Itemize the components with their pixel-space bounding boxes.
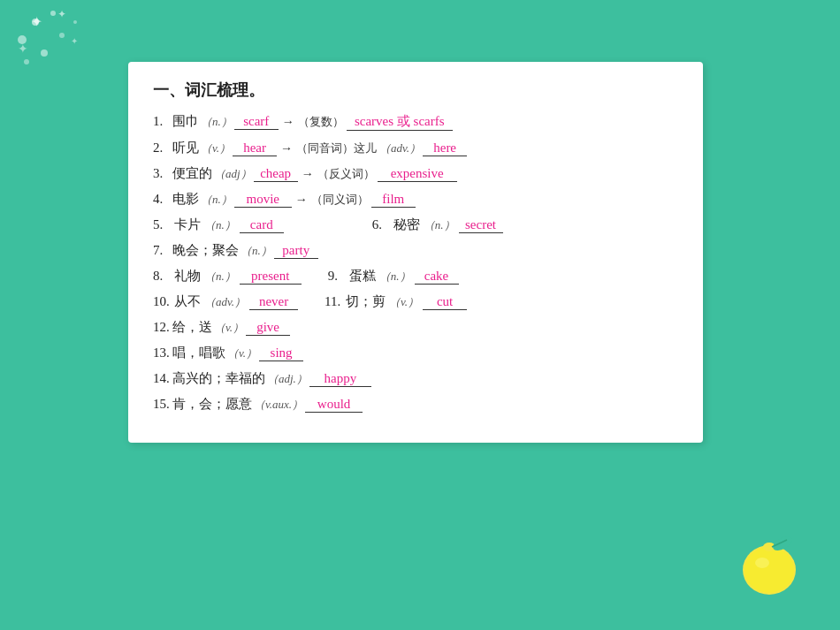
- vocab-row-3: 3. 便宜的 （adj） cheap → （反义词） expensive: [153, 165, 678, 182]
- row-num-10: 10.: [153, 294, 172, 309]
- row-num-5: 5.: [153, 217, 172, 232]
- answer-6: secret: [459, 217, 503, 233]
- chinese-10: 从不: [174, 293, 201, 310]
- vocab-row-4: 4. 电影 （n.） movie → （同义词） film: [153, 191, 678, 208]
- svg-point-1: [50, 11, 56, 16]
- chinese-3: 便宜的: [172, 165, 212, 182]
- answer-5: card: [240, 217, 284, 233]
- chinese-13: 唱，唱歌: [172, 345, 225, 361]
- row-num-4: 4.: [153, 192, 172, 207]
- chinese-2: 听见: [172, 140, 199, 156]
- pos-8: （n.）: [204, 269, 236, 285]
- row-num-14: 14.: [153, 371, 172, 386]
- vocab-row-7: 7. 晚会；聚会 （n.） party: [153, 242, 678, 259]
- arrow-label-3: （反义词）: [317, 166, 375, 182]
- answer2-4: film: [371, 192, 416, 208]
- pos2-2: （adv.）: [379, 140, 421, 156]
- vocab-row-10: 10. 从不 （adv.） never 11. 切；剪 （v.） cut: [153, 293, 678, 310]
- answer-8: present: [240, 269, 302, 285]
- chinese-15: 肯，会；愿意: [172, 396, 252, 413]
- vocab-row-12: 12. 给，送 （v.） give: [153, 319, 678, 336]
- chinese-6: 秘密: [393, 216, 420, 233]
- svg-point-12: [745, 547, 794, 593]
- arrow-3: →: [302, 167, 314, 181]
- vocab-row-5: 5. 卡片 （n.） card 6. 秘密 （n.） secret: [153, 216, 678, 233]
- arrow-label-1: （复数）: [298, 114, 344, 130]
- svg-text:✦: ✦: [57, 8, 66, 20]
- row-num-15: 15.: [153, 397, 172, 412]
- row-num-13: 13.: [153, 345, 172, 361]
- svg-point-5: [73, 20, 77, 24]
- answer-7: party: [274, 243, 318, 259]
- pos-12: （v.）: [214, 320, 244, 336]
- svg-point-6: [24, 59, 29, 65]
- vocab-row-13: 13. 唱，唱歌 （v.） sing: [153, 345, 678, 361]
- chinese-8: 礼物: [174, 268, 201, 285]
- chinese-14: 高兴的；幸福的: [172, 370, 265, 387]
- arrow-label-4: （同义词）: [311, 192, 369, 208]
- vocab-row-2: 2. 听见 （v.） hear → （同音词）这儿 （adv.） here: [153, 140, 678, 156]
- pos-10: （adv.）: [204, 294, 246, 310]
- arrow-label-2: （同音词）这儿: [296, 140, 377, 156]
- vocab-row-8: 8. 礼物 （n.） present 9. 蛋糕 （n.） cake: [153, 268, 678, 285]
- bg-sparkle: ✦ ✦ ✦ ✦: [9, 4, 97, 93]
- pos-7: （n.）: [241, 243, 272, 259]
- vocab-row-15: 15. 肯，会；愿意 （v.aux.） would: [153, 396, 678, 413]
- answer-12: give: [246, 320, 290, 336]
- row-num-9: 9.: [328, 269, 347, 284]
- answer-13: sing: [259, 345, 303, 361]
- row-num-12: 12.: [153, 320, 172, 335]
- answer-1: scarf: [234, 114, 279, 130]
- pos-4: （n.）: [201, 192, 233, 208]
- chinese-5: 卡片: [174, 216, 201, 233]
- chinese-9: 蛋糕: [349, 268, 376, 285]
- pos-5: （n.）: [204, 217, 236, 233]
- answer2-1: scarves 或 scarfs: [347, 113, 453, 131]
- chinese-1: 围巾: [172, 113, 199, 130]
- pos-6: （n.）: [424, 217, 455, 233]
- arrow-1: →: [282, 115, 294, 129]
- pos-14: （adj.）: [267, 371, 308, 387]
- answer-2: hear: [233, 140, 277, 156]
- vocab-row-1: 1. 围巾 （n.） scarf → （复数） scarves 或 scarfs: [153, 113, 678, 131]
- chinese-4: 电影: [172, 191, 199, 208]
- vocab-card: 一、词汇梳理。 1. 围巾 （n.） scarf → （复数） scarves …: [128, 62, 703, 443]
- pos-15: （v.aux.）: [254, 397, 303, 413]
- row-num-3: 3.: [153, 166, 172, 181]
- pos-3: （adj）: [214, 166, 252, 182]
- svg-text:✦: ✦: [71, 36, 78, 46]
- row-num-6: 6.: [372, 217, 392, 232]
- svg-point-13: [755, 558, 769, 568]
- answer-14: happy: [309, 371, 371, 387]
- chinese-12: 给，送: [172, 319, 212, 336]
- row-num-11: 11.: [325, 294, 344, 309]
- row-num-8: 8.: [153, 269, 172, 284]
- row-num-1: 1.: [153, 114, 172, 129]
- pos-9: （n.）: [379, 269, 411, 285]
- answer-15: would: [305, 397, 363, 413]
- answer-9: cake: [415, 269, 459, 285]
- answer-3: cheap: [254, 166, 298, 182]
- svg-point-4: [41, 49, 48, 57]
- pos-1: （n.）: [201, 114, 233, 130]
- arrow-2: →: [280, 141, 293, 156]
- answer-11: cut: [423, 294, 467, 310]
- lemon-decoration: [734, 524, 805, 603]
- pos-11: （v.）: [389, 294, 419, 310]
- answer-4: movie: [234, 192, 292, 208]
- chinese-7: 晚会；聚会: [172, 242, 239, 259]
- arrow-4: →: [295, 193, 308, 207]
- answer2-3: expensive: [378, 166, 457, 182]
- vocab-row-14: 14. 高兴的；幸福的 （adj.） happy: [153, 370, 678, 387]
- pos-13: （v.）: [227, 345, 257, 361]
- svg-text:✦: ✦: [31, 14, 42, 29]
- answer-10: never: [249, 294, 298, 310]
- chinese-11: 切；剪: [346, 293, 386, 310]
- row-num-2: 2.: [153, 140, 172, 156]
- section-title: 一、词汇梳理。: [153, 80, 678, 101]
- svg-point-3: [59, 33, 65, 38]
- answer2-2: here: [423, 140, 467, 156]
- row-num-7: 7.: [153, 243, 172, 258]
- svg-text:✦: ✦: [18, 42, 28, 56]
- pos-2: （v.）: [201, 140, 231, 156]
